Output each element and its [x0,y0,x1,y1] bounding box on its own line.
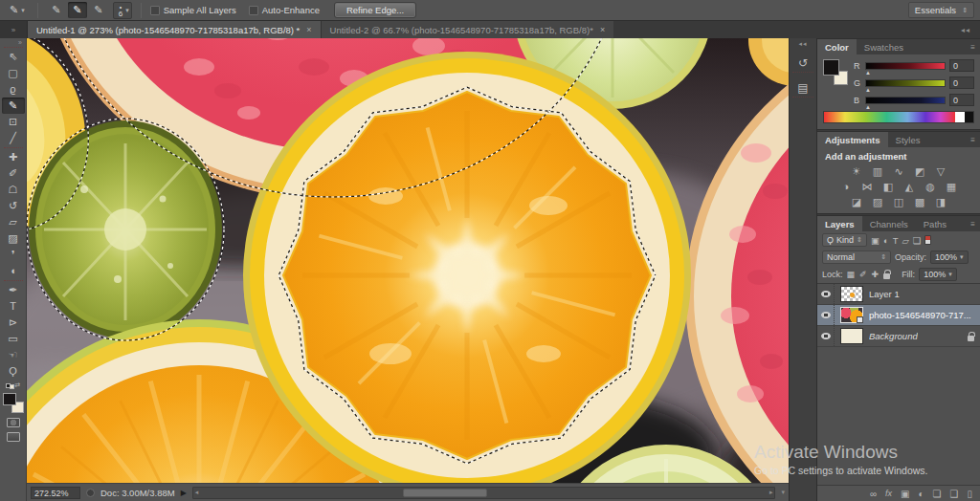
filter-type-layers-icon[interactable]: T [893,235,899,246]
tab-styles[interactable]: Styles [888,132,928,147]
close-icon[interactable]: × [306,25,311,34]
black-white-icon[interactable]: ◧ [881,180,896,193]
curves-icon[interactable]: ∿ [892,164,906,178]
rectangular-marquee-tool[interactable]: ▢ [2,65,25,81]
hue-saturation-icon[interactable]: ◑ [839,180,854,193]
lasso-tool[interactable]: ϱ [2,81,25,98]
layer-row-layer1[interactable]: Layer 1 [817,284,980,305]
brush-size-picker[interactable]: • 6 ▾ [113,2,132,19]
sample-all-layers-checkbox[interactable] [150,6,160,15]
threshold-icon[interactable]: ◫ [892,195,906,208]
canvas-area[interactable] [27,38,789,483]
pen-tool[interactable]: ✒ [2,282,25,298]
visibility-eye-icon[interactable] [821,312,831,318]
layer-name[interactable]: Layer 1 [869,289,900,299]
document-tab-untitled-2[interactable]: Untitled-2 @ 66.7% (photo-1546548970-717… [321,21,614,38]
new-adjustment-layer-icon[interactable]: ◐ [919,489,924,499]
panel-menu-icon[interactable]: ≡ [970,43,980,52]
citrus-photo-canvas[interactable] [27,38,789,483]
workspace-switcher[interactable]: Essentials ⇕ [908,2,974,18]
color-balance-icon[interactable]: ⋈ [860,180,875,193]
horizontal-scrollbar[interactable]: ◂ ▸ [192,487,776,499]
blue-slider[interactable]: ▲ [865,97,946,104]
layer-style-icon[interactable]: fx [885,489,892,498]
filter-pixel-layers-icon[interactable]: ▣ [871,235,880,246]
green-value-field[interactable]: 0 [949,76,974,89]
zoom-level-field[interactable]: 272.52% [31,487,80,499]
hand-tool[interactable]: ☜ [2,347,25,363]
scroll-left-icon[interactable]: ◂ [195,489,199,496]
toolbar-collapse-corner[interactable]: » [0,21,28,38]
layer-name[interactable]: Background [869,331,918,341]
tab-color[interactable]: Color [817,39,857,54]
filter-shape-layers-icon[interactable]: ▱ [902,235,908,246]
slider-thumb[interactable]: ▲ [865,105,871,109]
link-layers-icon[interactable]: ∞ [870,489,877,499]
layer-thumbnail[interactable] [840,286,863,302]
path-selection-tool[interactable]: ⊳ [2,315,25,331]
brightness-contrast-icon[interactable]: ☀ [850,164,864,178]
levels-icon[interactable]: ▥ [871,164,885,178]
tools-collapse-arrows[interactable]: » [18,39,26,46]
default-colors-widget[interactable]: ⇄ [6,381,21,389]
layer-row-photo[interactable]: photo-1546548970-717... [817,305,980,326]
new-selection-button[interactable]: ✎ [47,2,66,18]
new-group-icon[interactable]: ❏ [933,489,942,499]
color-lookup-icon[interactable]: ▦ [945,180,959,193]
filter-smart-objects-icon[interactable]: ❏ [913,235,922,246]
tab-adjustments[interactable]: Adjustments [817,132,888,147]
tab-paths[interactable]: Paths [916,216,954,231]
subtract-from-selection-button[interactable]: ✎ [89,2,108,18]
quick-selection-tool[interactable]: ✎ [2,98,25,114]
layer-filter-dropdown[interactable]: Ϙ Kind ⇕ [822,233,867,247]
brush-tool[interactable]: ✐ [2,165,25,182]
red-slider[interactable]: ▲ [865,62,946,70]
history-brush-tool[interactable]: ↺ [2,198,25,214]
refine-edge-button[interactable]: Refine Edge... [334,2,416,18]
slider-thumb[interactable]: ▲ [865,88,871,92]
document-tab-untitled-1[interactable]: Untitled-1 @ 273% (photo-1546548970-7178… [28,21,321,38]
expand-panels-arrows[interactable]: ◂◂ [798,40,807,48]
quick-mask-button[interactable] [7,418,20,427]
visibility-eye-icon[interactable] [821,333,831,339]
crop-tool[interactable]: ⊡ [2,114,25,130]
move-tool[interactable]: ⇖ [2,49,25,65]
red-value-field[interactable]: 0 [949,59,974,72]
channel-mixer-icon[interactable]: ◍ [924,180,938,193]
lock-pixels-icon[interactable]: ✐ [859,270,867,279]
type-tool[interactable]: T [2,298,25,315]
vibrance-icon[interactable]: ▽ [934,164,948,178]
foreground-color-swatch[interactable] [3,393,16,405]
blend-mode-dropdown[interactable]: Normal ⇕ [822,250,891,264]
green-slider[interactable]: ▲ [865,79,946,87]
layer-row-background[interactable]: Background [817,326,980,347]
layer-thumbnail[interactable] [840,307,863,323]
blur-tool[interactable]: ❜ [2,247,25,263]
exposure-icon[interactable]: ◩ [913,164,927,178]
slider-thumb[interactable]: ▲ [865,71,871,75]
dock-collapse-arrows[interactable]: ◂◂ [961,26,970,34]
add-mask-icon[interactable]: ▣ [901,489,909,499]
eraser-tool[interactable]: ▱ [2,214,25,230]
tool-preset-picker[interactable]: ✎ ▾ [6,3,29,17]
horizontal-scroll-thumb[interactable] [403,489,487,497]
scroll-right-icon[interactable]: ▸ [769,489,773,496]
history-panel-button[interactable]: ↺ [792,54,813,73]
photo-filter-icon[interactable]: ◭ [902,180,917,193]
screen-mode-button[interactable] [7,432,20,442]
auto-enhance-checkbox[interactable] [249,6,258,15]
panel-menu-icon[interactable]: ≡ [970,220,980,229]
new-layer-icon[interactable]: ❑ [950,489,959,499]
lock-all-icon[interactable] [883,273,890,279]
tab-channels[interactable]: Channels [862,216,916,231]
filter-adjustment-layers-icon[interactable]: ◐ [883,235,889,246]
dodge-tool[interactable]: ◖ [2,263,25,279]
posterize-icon[interactable]: ▨ [871,195,885,208]
gradient-tool[interactable]: ▨ [2,230,25,247]
swap-colors-icon[interactable]: ⇄ [15,381,21,389]
status-menu-arrow[interactable]: ▶ [181,489,187,497]
clone-stamp-tool[interactable]: ☖ [2,182,25,198]
selective-color-icon[interactable]: ◨ [934,195,948,208]
tab-layers[interactable]: Layers [817,216,862,231]
layer-name[interactable]: photo-1546548970-717... [869,310,971,320]
